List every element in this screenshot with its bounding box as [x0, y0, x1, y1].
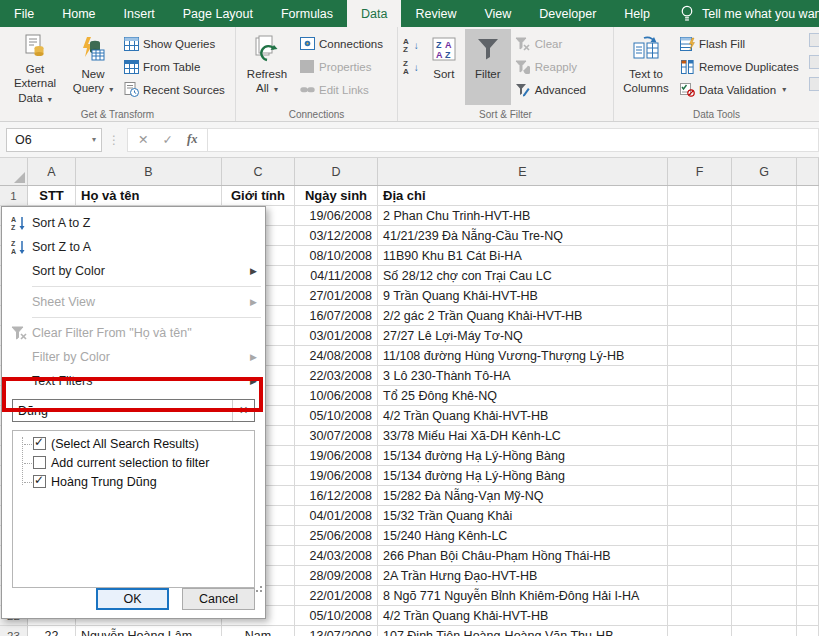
cell[interactable] [668, 526, 732, 546]
cell-dob[interactable]: 04/11/2008 [295, 266, 378, 286]
cell[interactable] [797, 586, 819, 606]
advanced-filter-button[interactable]: Advanced [511, 79, 590, 100]
cell-dob[interactable]: 22/03/2008 [295, 366, 378, 386]
sort-button[interactable]: ZAAZ Sort [423, 29, 465, 105]
cell[interactable] [668, 626, 732, 636]
checked-checkbox[interactable] [33, 475, 46, 488]
cell[interactable] [668, 406, 732, 426]
cell[interactable] [797, 506, 819, 526]
cell[interactable] [668, 206, 732, 226]
cell[interactable] [732, 386, 797, 406]
cell[interactable] [732, 306, 797, 326]
cell[interactable] [797, 266, 819, 286]
menu-item-sort-a-to-z[interactable]: AZSort A to Z [2, 211, 265, 235]
cell-dob[interactable]: 05/10/2008 [295, 406, 378, 426]
column-header-f[interactable]: F [668, 158, 732, 185]
cell[interactable] [732, 486, 797, 506]
cell-address[interactable]: 15/32 Trần Quang Khải [378, 506, 668, 526]
column-header-b[interactable]: B [76, 158, 222, 185]
tell-me-box[interactable]: Tell me what you want to [664, 0, 819, 27]
header-cell-stt[interactable]: STT [28, 186, 76, 206]
insert-function-icon[interactable]: fx [187, 132, 197, 147]
cell-dob[interactable]: 10/06/2008 [295, 386, 378, 406]
cell-dob[interactable]: 27/01/2008 [295, 286, 378, 306]
cell[interactable] [668, 306, 732, 326]
cell-dob[interactable]: 19/06/2008 [295, 466, 378, 486]
cell-address[interactable]: Tổ 25 Đông Khê-NQ [378, 386, 668, 406]
cell[interactable] [668, 606, 732, 626]
cell[interactable] [668, 486, 732, 506]
tab-view[interactable]: View [470, 0, 525, 27]
menu-item-sort-by-color[interactable]: Sort by Color▶ [2, 259, 265, 283]
flash-fill-button[interactable]: Flash Fill [675, 33, 803, 54]
cell[interactable] [732, 246, 797, 266]
tab-help[interactable]: Help [610, 0, 664, 27]
cell-dob[interactable]: 19/06/2008 [295, 446, 378, 466]
recent-sources-button[interactable]: Recent Sources [119, 79, 229, 100]
column-header-a[interactable]: A [28, 158, 76, 185]
cell-address[interactable]: 33/78 Miếu Hai Xã-DH Kênh-LC [378, 426, 668, 446]
cell-dob[interactable]: 03/01/2008 [295, 326, 378, 346]
cell-dob[interactable]: 19/06/2008 [295, 206, 378, 226]
cell[interactable] [668, 226, 732, 246]
cell[interactable] [797, 426, 819, 446]
row-header[interactable]: 23 [0, 626, 28, 636]
cell-address[interactable]: 41/21/239 Đà Nẵng-Cầu Tre-NQ [378, 226, 668, 246]
cell[interactable] [732, 346, 797, 366]
tab-data[interactable]: Data [347, 0, 401, 27]
cell[interactable] [732, 266, 797, 286]
cell[interactable] [797, 306, 819, 326]
sort-ascending-button[interactable]: AZ↓ [401, 37, 421, 55]
cell[interactable] [797, 526, 819, 546]
show-queries-button[interactable]: Show Queries [119, 33, 229, 54]
cell-address[interactable]: 4/2 Trần Quang Khải-HVT-HB [378, 606, 668, 626]
cell-dob[interactable]: 30/07/2008 [295, 426, 378, 446]
cell-dob[interactable]: 13/07/2008 [295, 626, 378, 636]
cell[interactable] [797, 486, 819, 506]
cell[interactable] [797, 346, 819, 366]
cell-dob[interactable]: 05/10/2008 [295, 606, 378, 626]
cell-dob[interactable]: 25/06/2008 [295, 526, 378, 546]
cell[interactable] [668, 246, 732, 266]
cell[interactable] [668, 466, 732, 486]
cell-stt[interactable]: 22 [28, 626, 76, 636]
cell-name[interactable]: Nguyễn Hoàng Lâm [76, 626, 222, 636]
cell-address[interactable]: 8 Ngõ 771 Nguyễn Bỉnh Khiêm-Đông Hải I-H… [378, 586, 668, 606]
cell-address[interactable]: 15/282 Đà Nẵng-Vạn Mỹ-NQ [378, 486, 668, 506]
cell[interactable] [797, 626, 819, 636]
menu-item-sort-z-to-a[interactable]: ZASort Z to A [2, 235, 265, 259]
filter-list-item[interactable]: Add current selection to filter [15, 453, 254, 472]
confirm-entry-icon[interactable]: ✓ [162, 132, 172, 147]
cell-address[interactable]: 15/134 đường Hạ Lý-Hồng Bàng [378, 446, 668, 466]
cell[interactable] [668, 426, 732, 446]
cell[interactable] [732, 366, 797, 386]
column-header-clipped[interactable] [797, 158, 819, 185]
formula-input[interactable] [208, 128, 819, 152]
tab-home[interactable]: Home [48, 0, 109, 27]
cell[interactable] [668, 386, 732, 406]
cell[interactable] [732, 186, 797, 206]
unchecked-checkbox[interactable] [33, 456, 46, 469]
cell[interactable] [732, 506, 797, 526]
cell-dob[interactable]: 04/01/2008 [295, 506, 378, 526]
cell[interactable] [668, 586, 732, 606]
cell[interactable] [732, 226, 797, 246]
tab-formulas[interactable]: Formulas [267, 0, 347, 27]
cell-dob[interactable]: 16/12/2008 [295, 486, 378, 506]
cell[interactable] [797, 326, 819, 346]
cell-address[interactable]: 11B90 Khu B1 Cát Bi-HA [378, 246, 668, 266]
filter-list-item[interactable]: Hoàng Trung Dũng [15, 472, 254, 491]
cell[interactable] [668, 326, 732, 346]
cell[interactable] [797, 606, 819, 626]
cell-address[interactable]: 4/2 Trần Quang Khải-HVT-HB [378, 406, 668, 426]
cell[interactable] [797, 186, 819, 206]
cell-dob[interactable]: 22/01/2008 [295, 586, 378, 606]
cell[interactable] [732, 466, 797, 486]
cell[interactable] [797, 546, 819, 566]
select-all-corner[interactable] [0, 158, 28, 185]
cell-address[interactable]: Số 28/12 chợ con Trại Cau LC [378, 266, 668, 286]
tab-developer[interactable]: Developer [525, 0, 610, 27]
connections-button[interactable]: Connections [295, 33, 387, 54]
cell[interactable] [732, 626, 797, 636]
cell-dob[interactable]: 08/10/2008 [295, 246, 378, 266]
